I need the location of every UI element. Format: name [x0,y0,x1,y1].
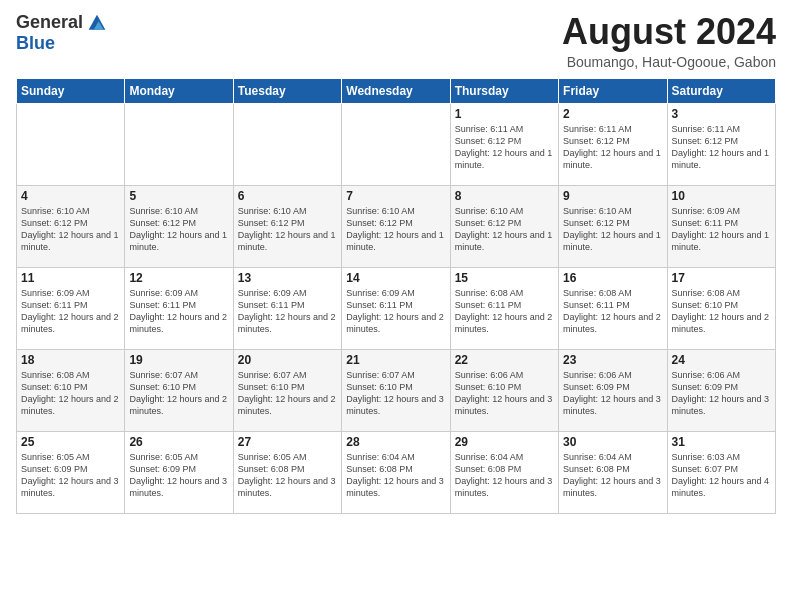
day-info: Sunrise: 6:04 AM Sunset: 6:08 PM Dayligh… [455,451,554,500]
day-number: 9 [563,189,662,203]
table-row: 24Sunrise: 6:06 AM Sunset: 6:09 PM Dayli… [667,349,775,431]
calendar-week-row: 18Sunrise: 6:08 AM Sunset: 6:10 PM Dayli… [17,349,776,431]
table-row [125,103,233,185]
day-number: 5 [129,189,228,203]
day-number: 8 [455,189,554,203]
day-number: 3 [672,107,771,121]
day-number: 14 [346,271,445,285]
table-row: 26Sunrise: 6:05 AM Sunset: 6:09 PM Dayli… [125,431,233,513]
table-row: 20Sunrise: 6:07 AM Sunset: 6:10 PM Dayli… [233,349,341,431]
day-number: 19 [129,353,228,367]
calendar-title: August 2024 [562,12,776,52]
table-row: 6Sunrise: 6:10 AM Sunset: 6:12 PM Daylig… [233,185,341,267]
table-row: 23Sunrise: 6:06 AM Sunset: 6:09 PM Dayli… [559,349,667,431]
day-number: 12 [129,271,228,285]
col-saturday: Saturday [667,78,775,103]
day-number: 4 [21,189,120,203]
table-row: 7Sunrise: 6:10 AM Sunset: 6:12 PM Daylig… [342,185,450,267]
calendar-week-row: 4Sunrise: 6:10 AM Sunset: 6:12 PM Daylig… [17,185,776,267]
day-info: Sunrise: 6:04 AM Sunset: 6:08 PM Dayligh… [346,451,445,500]
day-number: 23 [563,353,662,367]
col-wednesday: Wednesday [342,78,450,103]
table-row: 31Sunrise: 6:03 AM Sunset: 6:07 PM Dayli… [667,431,775,513]
day-number: 1 [455,107,554,121]
day-number: 16 [563,271,662,285]
table-row: 17Sunrise: 6:08 AM Sunset: 6:10 PM Dayli… [667,267,775,349]
table-row: 12Sunrise: 6:09 AM Sunset: 6:11 PM Dayli… [125,267,233,349]
day-info: Sunrise: 6:10 AM Sunset: 6:12 PM Dayligh… [238,205,337,254]
day-info: Sunrise: 6:11 AM Sunset: 6:12 PM Dayligh… [455,123,554,172]
day-number: 31 [672,435,771,449]
table-row: 9Sunrise: 6:10 AM Sunset: 6:12 PM Daylig… [559,185,667,267]
table-row: 18Sunrise: 6:08 AM Sunset: 6:10 PM Dayli… [17,349,125,431]
col-thursday: Thursday [450,78,558,103]
table-row [17,103,125,185]
calendar-week-row: 11Sunrise: 6:09 AM Sunset: 6:11 PM Dayli… [17,267,776,349]
day-info: Sunrise: 6:08 AM Sunset: 6:11 PM Dayligh… [455,287,554,336]
day-info: Sunrise: 6:03 AM Sunset: 6:07 PM Dayligh… [672,451,771,500]
day-info: Sunrise: 6:05 AM Sunset: 6:08 PM Dayligh… [238,451,337,500]
day-number: 10 [672,189,771,203]
calendar-header-row: Sunday Monday Tuesday Wednesday Thursday… [17,78,776,103]
day-number: 24 [672,353,771,367]
day-info: Sunrise: 6:09 AM Sunset: 6:11 PM Dayligh… [21,287,120,336]
day-info: Sunrise: 6:05 AM Sunset: 6:09 PM Dayligh… [21,451,120,500]
day-number: 22 [455,353,554,367]
table-row: 5Sunrise: 6:10 AM Sunset: 6:12 PM Daylig… [125,185,233,267]
table-row [233,103,341,185]
day-number: 26 [129,435,228,449]
logo: General Blue [16,12,107,54]
table-row [342,103,450,185]
title-area: August 2024 Boumango, Haut-Ogooue, Gabon [562,12,776,70]
col-monday: Monday [125,78,233,103]
day-number: 11 [21,271,120,285]
table-row: 30Sunrise: 6:04 AM Sunset: 6:08 PM Dayli… [559,431,667,513]
table-row: 4Sunrise: 6:10 AM Sunset: 6:12 PM Daylig… [17,185,125,267]
day-number: 29 [455,435,554,449]
col-friday: Friday [559,78,667,103]
day-info: Sunrise: 6:07 AM Sunset: 6:10 PM Dayligh… [346,369,445,418]
day-info: Sunrise: 6:06 AM Sunset: 6:10 PM Dayligh… [455,369,554,418]
table-row: 2Sunrise: 6:11 AM Sunset: 6:12 PM Daylig… [559,103,667,185]
calendar-week-row: 25Sunrise: 6:05 AM Sunset: 6:09 PM Dayli… [17,431,776,513]
day-info: Sunrise: 6:06 AM Sunset: 6:09 PM Dayligh… [563,369,662,418]
day-number: 21 [346,353,445,367]
day-info: Sunrise: 6:08 AM Sunset: 6:10 PM Dayligh… [21,369,120,418]
table-row: 13Sunrise: 6:09 AM Sunset: 6:11 PM Dayli… [233,267,341,349]
logo-icon [87,13,107,33]
day-info: Sunrise: 6:10 AM Sunset: 6:12 PM Dayligh… [346,205,445,254]
day-info: Sunrise: 6:11 AM Sunset: 6:12 PM Dayligh… [563,123,662,172]
page: General Blue August 2024 Boumango, Haut-… [0,0,792,612]
calendar-table: Sunday Monday Tuesday Wednesday Thursday… [16,78,776,514]
day-number: 18 [21,353,120,367]
table-row: 3Sunrise: 6:11 AM Sunset: 6:12 PM Daylig… [667,103,775,185]
table-row: 16Sunrise: 6:08 AM Sunset: 6:11 PM Dayli… [559,267,667,349]
day-info: Sunrise: 6:11 AM Sunset: 6:12 PM Dayligh… [672,123,771,172]
header: General Blue August 2024 Boumango, Haut-… [16,12,776,70]
day-number: 13 [238,271,337,285]
day-number: 20 [238,353,337,367]
table-row: 14Sunrise: 6:09 AM Sunset: 6:11 PM Dayli… [342,267,450,349]
day-number: 2 [563,107,662,121]
col-tuesday: Tuesday [233,78,341,103]
table-row: 27Sunrise: 6:05 AM Sunset: 6:08 PM Dayli… [233,431,341,513]
day-info: Sunrise: 6:08 AM Sunset: 6:11 PM Dayligh… [563,287,662,336]
day-number: 25 [21,435,120,449]
table-row: 1Sunrise: 6:11 AM Sunset: 6:12 PM Daylig… [450,103,558,185]
day-info: Sunrise: 6:05 AM Sunset: 6:09 PM Dayligh… [129,451,228,500]
calendar-week-row: 1Sunrise: 6:11 AM Sunset: 6:12 PM Daylig… [17,103,776,185]
day-info: Sunrise: 6:10 AM Sunset: 6:12 PM Dayligh… [129,205,228,254]
table-row: 8Sunrise: 6:10 AM Sunset: 6:12 PM Daylig… [450,185,558,267]
day-info: Sunrise: 6:08 AM Sunset: 6:10 PM Dayligh… [672,287,771,336]
day-number: 27 [238,435,337,449]
day-info: Sunrise: 6:10 AM Sunset: 6:12 PM Dayligh… [563,205,662,254]
table-row: 19Sunrise: 6:07 AM Sunset: 6:10 PM Dayli… [125,349,233,431]
day-number: 28 [346,435,445,449]
day-number: 6 [238,189,337,203]
table-row: 25Sunrise: 6:05 AM Sunset: 6:09 PM Dayli… [17,431,125,513]
day-number: 30 [563,435,662,449]
day-info: Sunrise: 6:09 AM Sunset: 6:11 PM Dayligh… [346,287,445,336]
logo-blue-text: Blue [16,33,55,54]
table-row: 21Sunrise: 6:07 AM Sunset: 6:10 PM Dayli… [342,349,450,431]
table-row: 28Sunrise: 6:04 AM Sunset: 6:08 PM Dayli… [342,431,450,513]
